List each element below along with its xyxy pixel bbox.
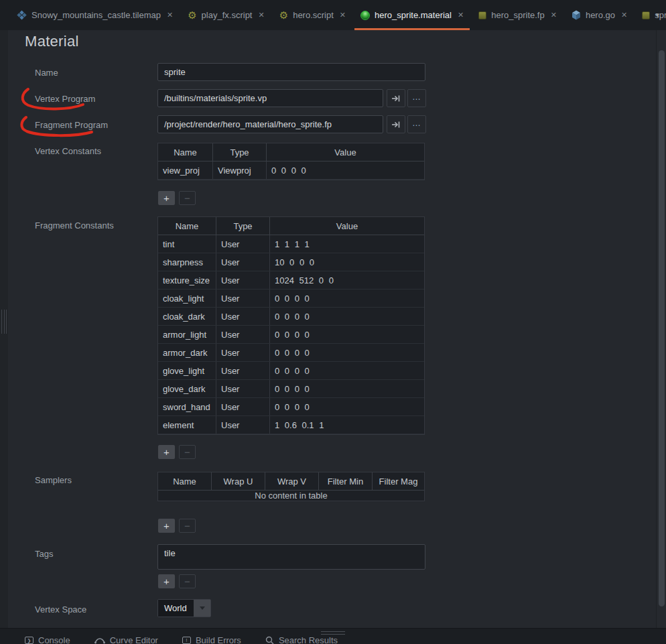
table-row[interactable]: cloak_darkUser0 0 0 0 (158, 308, 424, 326)
table-cell: 1024 512 0 0 (270, 271, 424, 289)
fragment-constants-buttons: + − (158, 445, 196, 459)
vertex-constants-label: Vertex Constants (35, 146, 101, 156)
table-row[interactable]: glove_lightUser0 0 0 0 (158, 362, 424, 380)
table-cell: 0 0 0 0 (270, 326, 424, 343)
column-header[interactable]: Type (216, 217, 270, 235)
table-row[interactable]: cloak_lightUser0 0 0 0 (158, 289, 424, 308)
name-input[interactable]: sprite (157, 63, 425, 81)
table-row[interactable]: texture_sizeUser1024 512 0 0 (158, 271, 424, 289)
curve-editor-tab[interactable]: Curve Editor (94, 635, 158, 644)
table-cell: element (158, 416, 216, 434)
table-header: NameTypeValue (158, 217, 424, 235)
tab-label: hero.go (586, 10, 615, 20)
table-cell: tint (158, 235, 216, 253)
bottom-tool-bar: ❯ Console Curve Editor ! Build Errors (0, 628, 666, 644)
remove-button[interactable]: − (179, 191, 196, 205)
chevron-down-icon: ▾ (655, 11, 659, 19)
chevron-down-icon (200, 606, 205, 610)
column-header[interactable]: Name (158, 143, 213, 161)
table-cell: 0 0 0 0 (270, 344, 424, 361)
table-row[interactable]: armor_lightUser0 0 0 0 (158, 326, 424, 344)
vertex-program-input[interactable]: /builtins/materials/sprite.vp (157, 89, 383, 107)
table-cell: armor_light (158, 326, 216, 343)
column-header[interactable]: Filter Min (319, 472, 373, 490)
vertex-constants-buttons: + − (158, 191, 196, 205)
add-button[interactable]: + (158, 191, 175, 205)
add-button[interactable]: + (158, 574, 175, 588)
tab-hero-script[interactable]: ⚙ hero.script ✕ (272, 0, 353, 30)
browse-fragment-program-button[interactable]: … (407, 115, 426, 133)
column-header[interactable]: Wrap V (265, 472, 319, 490)
table-cell: User (216, 362, 270, 379)
open-fragment-program-button[interactable] (387, 115, 405, 133)
tab-label: hero_sprite.material (375, 10, 452, 20)
close-icon[interactable]: ✕ (458, 11, 464, 19)
remove-button[interactable]: − (179, 519, 196, 533)
open-resource-icon (391, 120, 401, 129)
name-label: Name (35, 68, 58, 78)
splitter-grip-icon[interactable] (1, 310, 7, 334)
tab-hero-go[interactable]: hero.go ✕ (564, 0, 635, 30)
empty-table-message: No content in table (158, 491, 424, 501)
bottom-bar-items: ❯ Console Curve Editor ! Build Errors (25, 635, 338, 644)
column-header[interactable]: Value (267, 143, 424, 161)
vertex-program-label: Vertex Program (35, 94, 95, 104)
console-icon: ❯ (25, 637, 34, 644)
column-header[interactable]: Name (158, 217, 216, 235)
table-cell: sharpness (158, 253, 216, 271)
table-cell: sword_hand (158, 398, 216, 415)
table-row[interactable]: glove_darkUser0 0 0 0 (158, 380, 424, 398)
vertex-space-label: Vertex Space (35, 604, 86, 615)
table-row[interactable]: elementUser1 0.6 0.1 1 (158, 416, 424, 434)
samplers-table: NameWrap UWrap VFilter MinFilter Mag No … (157, 472, 425, 501)
vertical-scrollbar[interactable] (656, 30, 666, 628)
tab-play-fx-script[interactable]: ⚙ play_fx.script ✕ (180, 0, 272, 30)
search-results-tab[interactable]: Search Results (265, 635, 338, 644)
build-errors-tab[interactable]: ! Build Errors (182, 635, 241, 644)
column-header[interactable]: Value (270, 217, 424, 235)
table-cell: User (216, 344, 270, 361)
console-tab[interactable]: ❯ Console (25, 635, 70, 644)
tab-sprite-fp[interactable]: sprite.fp ✕ (635, 0, 666, 30)
table-row[interactable]: tintUser1 1 1 1 (158, 235, 424, 253)
column-header[interactable]: Name (158, 472, 212, 490)
close-icon[interactable]: ✕ (167, 11, 173, 19)
table-row[interactable]: view_projViewproj0 0 0 0 (158, 162, 424, 180)
table-row[interactable]: sword_handUser0 0 0 0 (158, 398, 424, 416)
column-header[interactable]: Filter Mag (373, 472, 424, 490)
tags-list[interactable]: tile (157, 544, 425, 570)
fragment-program-input[interactable]: /project/render/hero_material/hero_sprit… (157, 115, 383, 133)
left-panel-splitter[interactable] (0, 30, 8, 628)
remove-button[interactable]: − (179, 574, 196, 588)
table-row[interactable]: armor_darkUser0 0 0 0 (158, 344, 424, 362)
tab-hero-sprite-fp[interactable]: hero_sprite.fp ✕ (471, 0, 564, 30)
fragment-constants-label: Fragment Constants (35, 220, 114, 231)
close-icon[interactable]: ✕ (551, 11, 557, 19)
fragment-shader-icon (478, 11, 486, 19)
tab-hero-sprite-material-active[interactable]: hero_sprite.material ✕ (353, 0, 471, 30)
browse-vertex-program-button[interactable]: … (407, 89, 426, 107)
column-header[interactable]: Type (213, 143, 267, 161)
add-button[interactable]: + (158, 445, 175, 459)
remove-button[interactable]: − (179, 445, 196, 459)
table-cell: glove_light (158, 362, 216, 379)
tab-bar: Snowy_mountains_castle.tilemap ✕ ⚙ play_… (0, 0, 666, 30)
vertex-space-dropdown[interactable]: World (157, 599, 211, 617)
ellipsis-icon: … (412, 92, 421, 102)
close-icon[interactable]: ✕ (621, 11, 627, 19)
table-row[interactable]: sharpnessUser10 0 0 0 (158, 253, 424, 271)
material-sphere-icon (360, 11, 370, 20)
table-cell: User (216, 271, 270, 289)
scrollbar-thumb[interactable] (659, 50, 665, 606)
tab-label: hero_sprite.fp (491, 10, 545, 20)
dropdown-arrow-button[interactable] (194, 600, 210, 617)
table-cell: armor_dark (158, 344, 216, 361)
tab-snowy-mountains-castle-tilemap[interactable]: Snowy_mountains_castle.tilemap ✕ (9, 0, 180, 30)
open-vertex-program-button[interactable] (387, 89, 405, 107)
add-button[interactable]: + (158, 519, 175, 533)
close-icon[interactable]: ✕ (340, 11, 346, 19)
tab-overflow-button[interactable]: ▾ (655, 0, 659, 30)
close-icon[interactable]: ✕ (258, 11, 264, 19)
tag-item[interactable]: tile (164, 548, 176, 558)
column-header[interactable]: Wrap U (212, 472, 265, 490)
